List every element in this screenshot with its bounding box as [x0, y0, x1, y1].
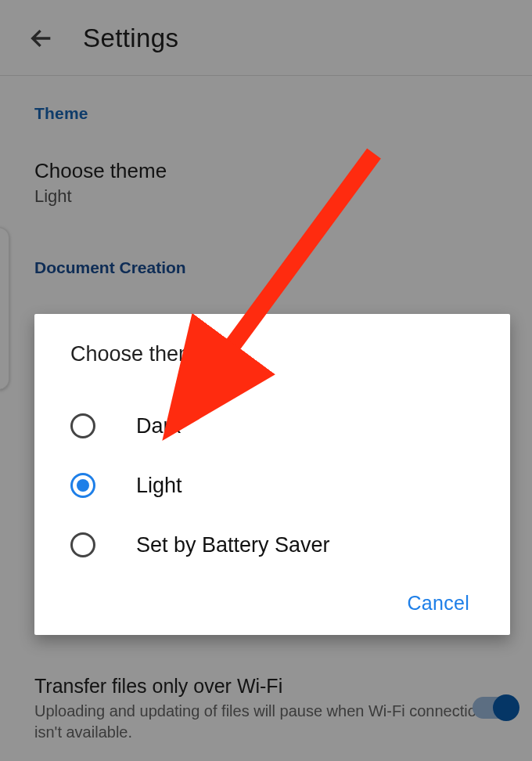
theme-option-battery-saver[interactable]: Set by Battery Saver [34, 515, 510, 575]
theme-option-label: Light [136, 474, 182, 498]
radio-icon [70, 473, 95, 498]
radio-icon [70, 413, 95, 438]
cancel-button[interactable]: Cancel [407, 592, 469, 615]
theme-option-label: Dark [136, 414, 181, 438]
theme-option-dark[interactable]: Dark [34, 396, 510, 456]
theme-option-light[interactable]: Light [34, 456, 510, 515]
theme-options: Dark Light Set by Battery Saver [34, 396, 510, 575]
dialog-title: Choose theme [34, 342, 510, 368]
theme-option-label: Set by Battery Saver [136, 533, 330, 557]
choose-theme-dialog: Choose theme Dark Light Set by Battery S… [34, 314, 510, 635]
dialog-actions: Cancel [34, 575, 510, 615]
radio-icon [70, 532, 95, 557]
